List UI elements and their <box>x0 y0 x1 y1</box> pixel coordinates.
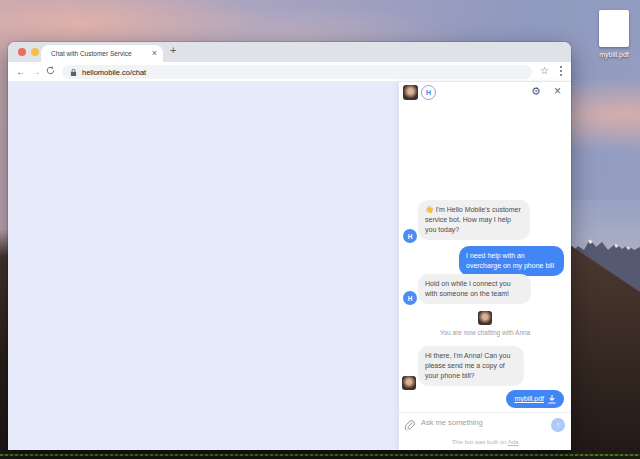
browser-toolbar: ← → hellomobile.co/chat ☆ <box>8 62 571 82</box>
address-bar[interactable]: hellomobile.co/chat <box>62 65 532 79</box>
reload-icon[interactable] <box>46 65 55 78</box>
agent-message: Hi there, I'm Anna! Can you please send … <box>418 346 524 386</box>
chat-input-row: ↑ <box>399 412 571 436</box>
desktop-file-label: mybill.pdf <box>586 51 640 58</box>
chat-header: H ⚙ × <box>399 82 571 104</box>
ada-link[interactable]: Ada <box>508 439 519 445</box>
attachment-paperclip-icon[interactable] <box>404 420 415 432</box>
bot-message: 👋 I'm Hello Mobile's customer service bo… <box>418 200 530 240</box>
chat-footer: This bot was built on Ada <box>399 439 571 445</box>
file-name-link[interactable]: mybill.pdf <box>514 394 544 404</box>
close-window-button[interactable] <box>18 48 26 56</box>
minimize-window-button[interactable] <box>31 48 39 56</box>
mountain-scenery <box>570 200 640 459</box>
browser-window: Chat with Customer Service × + ← → hello… <box>8 42 571 450</box>
footer-text: This bot was built on <box>452 439 508 445</box>
settings-gear-icon[interactable]: ⚙ <box>531 85 541 98</box>
url-text: hellomobile.co/chat <box>82 68 146 77</box>
user-file-message[interactable]: mybill.pdf <box>506 390 564 408</box>
browser-tab[interactable]: Chat with Customer Service × <box>41 45 163 62</box>
agent-message-avatar <box>402 376 416 390</box>
tab-close-icon[interactable]: × <box>152 49 157 58</box>
agent-joined-avatar <box>478 311 492 325</box>
tab-bar: Chat with Customer Service × + <box>8 42 571 62</box>
send-button[interactable]: ↑ <box>551 418 565 432</box>
green-glitch-line <box>0 454 640 456</box>
chat-panel: H ⚙ × 👋 I'm Hello Mobile's customer serv… <box>399 82 571 450</box>
bot-message-avatar: H <box>403 291 417 305</box>
bot-message: Hold on while I connect you with someone… <box>418 274 531 304</box>
back-icon[interactable]: ← <box>16 65 26 78</box>
bot-message-avatar: H <box>403 229 417 243</box>
browser-menu-icon[interactable] <box>560 66 562 76</box>
chat-close-icon[interactable]: × <box>554 84 561 98</box>
tab-title: Chat with Customer Service <box>51 50 152 57</box>
download-icon <box>548 395 556 404</box>
bookmark-star-icon[interactable]: ☆ <box>540 65 549 76</box>
screen: mybill.pdf Chat with Customer Service × … <box>0 0 640 459</box>
lock-icon <box>70 68 77 77</box>
message-input[interactable] <box>421 418 539 427</box>
forward-icon[interactable]: → <box>31 65 41 78</box>
agent-avatar <box>403 85 418 100</box>
bot-avatar: H <box>421 85 436 100</box>
new-tab-button[interactable]: + <box>170 44 176 56</box>
desktop-file-mybill[interactable]: mybill.pdf <box>586 10 640 58</box>
chat-status-text: You are now chatting with Anna <box>399 329 571 336</box>
webpage-body: H ⚙ × 👋 I'm Hello Mobile's customer serv… <box>8 82 571 450</box>
user-message: I need help with an overcharge on my pho… <box>459 246 564 276</box>
pdf-document-icon <box>599 10 629 47</box>
